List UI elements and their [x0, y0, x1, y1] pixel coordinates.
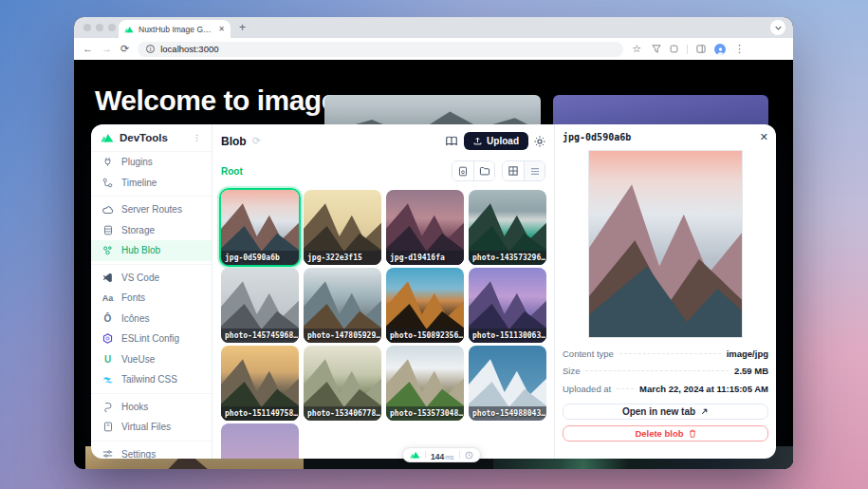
- sidebar-item-hooks[interactable]: Hooks: [91, 397, 212, 418]
- blob-card[interactable]: photo-151130063…: [469, 268, 546, 343]
- window-controls[interactable]: [83, 24, 116, 31]
- meta-label: Uploaded at: [563, 384, 611, 394]
- back-icon[interactable]: ←: [83, 44, 93, 54]
- blob-card[interactable]: photo-143573296…: [469, 190, 546, 265]
- docs-book-icon[interactable]: [445, 136, 458, 146]
- blob-card[interactable]: [221, 423, 299, 459]
- meta-row-content-type: Content type image/jpg: [563, 345, 768, 363]
- blob-card[interactable]: photo-147805929…: [304, 268, 381, 343]
- extension-filter-icon[interactable]: [652, 45, 661, 53]
- blob-browser: Blob ⟳ Upload Root: [212, 124, 555, 459]
- blob-card-label: photo-145745968…: [221, 329, 299, 343]
- sidebar-item-icones[interactable]: Ô Icônes: [91, 309, 212, 329]
- sidebar-item-virtual-files[interactable]: Virtual Files: [91, 417, 212, 438]
- sidebar-item-fonts[interactable]: Aa Fonts: [91, 288, 212, 309]
- thumbnail-image: [221, 423, 299, 459]
- blob-card-label: photo-143573296…: [469, 251, 546, 265]
- sidebar-item-tailwind[interactable]: Tailwind CSS: [91, 369, 212, 390]
- grid-view-icon[interactable]: [503, 161, 524, 180]
- refresh-icon[interactable]: ⟳: [252, 135, 261, 147]
- tab-close-icon[interactable]: ✕: [218, 26, 225, 33]
- profile-avatar[interactable]: [714, 44, 726, 55]
- tab-search-button[interactable]: [770, 20, 785, 35]
- upload-button[interactable]: Upload: [464, 132, 528, 150]
- new-folder-icon[interactable]: [473, 161, 494, 180]
- devtools-menu-icon[interactable]: ⋮: [193, 133, 202, 142]
- blob-card[interactable]: photo-154988043…: [469, 346, 546, 421]
- sidebar-item-timeline[interactable]: Timeline: [91, 173, 212, 194]
- sidebar-item-label: Hub Blob: [121, 245, 160, 255]
- fonts-icon: Aa: [102, 293, 114, 303]
- minimize-window-button[interactable]: [96, 24, 103, 31]
- breadcrumb-root[interactable]: Root: [221, 166, 243, 177]
- blob-card[interactable]: jpg-d19416fa: [386, 190, 464, 265]
- url-text: localhost:3000: [160, 44, 218, 54]
- site-info-icon[interactable]: i: [146, 45, 155, 53]
- sidebar-item-plugins[interactable]: Plugins: [91, 152, 212, 173]
- sidebar-item-server-routes[interactable]: Server Routes: [91, 199, 212, 220]
- bookmark-star-icon[interactable]: ☆: [632, 44, 641, 54]
- hook-icon: [102, 402, 114, 412]
- devtools-toggle-pill[interactable]: 144ms: [402, 447, 481, 462]
- nuxt-logo-icon: [101, 133, 114, 142]
- sidebar-item-label: VueUse: [121, 354, 155, 365]
- upload-file-icon[interactable]: [452, 161, 473, 180]
- blob-card[interactable]: photo-151149758…: [221, 346, 299, 421]
- sidebar-item-label: ESLint Config: [121, 333, 179, 344]
- upload-label: Upload: [487, 136, 519, 146]
- sidebar-item-storage[interactable]: Storage: [91, 220, 212, 241]
- sidebar-item-eslint-config[interactable]: ESLint Config: [91, 329, 212, 349]
- sidebar-item-settings[interactable]: Settings: [91, 444, 212, 460]
- workflow-icon: [102, 178, 114, 188]
- trash-icon: [689, 429, 696, 438]
- blob-card-label: photo-151149758…: [221, 406, 299, 421]
- meta-label: Content type: [563, 348, 614, 359]
- blob-card-label: photo-150892356…: [386, 329, 464, 343]
- toolbar-divider: [687, 45, 688, 54]
- blob-detail-panel: jpg-0d590a6b ✕ Content type image/jpg Si…: [555, 124, 776, 459]
- close-window-button[interactable]: [83, 24, 91, 31]
- toolbar-right: ⋮: [652, 44, 745, 55]
- nuxt-logo-icon: [410, 451, 420, 459]
- meta-row-uploaded-at: Uploaded at March 22, 2024 at 11:15:05 A…: [563, 380, 768, 398]
- view-toggle-group: [502, 160, 545, 181]
- blob-card[interactable]: photo-153573048…: [386, 346, 464, 421]
- sidebar-item-vueuse[interactable]: U VueUse: [91, 349, 212, 370]
- forward-icon[interactable]: →: [102, 44, 112, 54]
- open-in-new-tab-button[interactable]: Open in new tab: [563, 404, 768, 420]
- blob-card[interactable]: photo-145745968…: [221, 268, 299, 343]
- delete-blob-button[interactable]: Delete blob: [563, 425, 768, 442]
- close-icon[interactable]: ✕: [760, 132, 768, 142]
- extensions-icon[interactable]: [670, 45, 678, 53]
- file-actions-group: [452, 160, 495, 181]
- meta-value: March 22, 2024 at 11:15:05 AM: [639, 384, 768, 394]
- sidebar-item-vs-code[interactable]: VS Code: [91, 268, 212, 289]
- detail-preview-image: [588, 150, 743, 338]
- new-tab-button[interactable]: +: [239, 21, 246, 34]
- tailwind-icon: [102, 376, 114, 384]
- sidebar-item-label: Fonts: [121, 292, 145, 303]
- list-view-icon[interactable]: [524, 161, 545, 180]
- blob-card[interactable]: photo-150892356…: [386, 268, 464, 343]
- blob-card-label: jpg-322e3f15: [304, 251, 381, 265]
- blob-card[interactable]: jpg-322e3f15: [304, 190, 381, 265]
- sidebar-item-hub-blob[interactable]: Hub Blob: [91, 240, 212, 261]
- address-bar[interactable]: i localhost:3000: [138, 42, 623, 57]
- theme-sun-icon[interactable]: [534, 136, 545, 147]
- reload-icon[interactable]: ⟳: [120, 44, 129, 54]
- blob-card-label: photo-153573048…: [386, 406, 464, 421]
- maximize-window-button[interactable]: [108, 24, 116, 31]
- browser-tab[interactable]: NuxtHub Image Gallery Starte ✕: [119, 20, 231, 38]
- devtools-brand: DevTools: [120, 132, 187, 143]
- sidebar-item-label: Hooks: [121, 402, 148, 412]
- blob-card[interactable]: jpg-0d590a6b: [221, 190, 299, 265]
- nuxt-devtools-panel: DevTools ⋮ Plugins Timeline Server Route…: [91, 124, 776, 459]
- blob-card[interactable]: photo-153406778…: [304, 346, 381, 421]
- blob-card-label: photo-151130063…: [469, 329, 546, 343]
- sliders-icon: [102, 449, 114, 459]
- browser-menu-icon[interactable]: ⋮: [734, 44, 745, 54]
- meta-value: 2.59 MB: [734, 366, 768, 376]
- side-panel-icon[interactable]: [696, 45, 706, 53]
- blob-icon: [102, 245, 114, 255]
- sidebar-divider: [91, 264, 212, 265]
